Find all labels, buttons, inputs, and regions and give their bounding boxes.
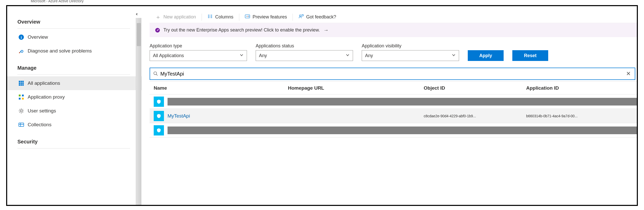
sidebar-item-label: User settings (28, 108, 56, 114)
svg-rect-11 (19, 94, 20, 96)
sidebar-section-overview: Overview (17, 16, 140, 28)
divider (17, 28, 130, 29)
application-visibility-select[interactable]: Any (362, 50, 459, 61)
filter-label-visibility: Application visibility (362, 43, 459, 49)
grid-icon (18, 80, 24, 86)
sidebar-scrollbar[interactable] (136, 18, 141, 205)
svg-rect-8 (19, 84, 20, 86)
redacted-content (168, 127, 637, 134)
svg-rect-16 (19, 123, 24, 127)
banner-text: Try out the new Enterprise Apps search p… (163, 27, 320, 33)
sidebar-item-label: Overview (28, 34, 48, 40)
search-input[interactable] (158, 71, 624, 77)
preview-features-button[interactable]: Preview features (239, 11, 293, 23)
svg-rect-4 (22, 81, 24, 82)
wrench-icon (18, 48, 24, 54)
svg-rect-7 (22, 82, 24, 84)
cmd-label: Preview features (253, 14, 287, 20)
rocket-icon (155, 28, 160, 33)
sidebar-item-application-proxy[interactable]: Application proxy (17, 90, 140, 104)
svg-point-27 (247, 16, 248, 17)
sidebar-scroll-thumb[interactable] (137, 23, 141, 46)
arrow-right-icon: → (324, 27, 329, 33)
sidebar-item-overview[interactable]: i Overview (17, 30, 140, 44)
search-input-wrapper[interactable]: ✕ (150, 68, 635, 80)
app-name-link[interactable]: MyTestApi (168, 113, 190, 119)
column-application-id[interactable]: Application ID (526, 85, 637, 91)
new-application-button[interactable]: ＋ New application (150, 11, 202, 23)
sidebar-item-user-settings[interactable]: User settings (17, 104, 140, 118)
search-icon (153, 71, 158, 77)
info-icon: i (18, 34, 24, 40)
sidebar-item-label: All applications (28, 80, 60, 86)
app-icon (154, 97, 164, 107)
chevron-down-icon (240, 53, 244, 58)
sidebar-item-label: Diagnose and solve problems (28, 48, 92, 54)
table-row[interactable] (150, 123, 637, 138)
collections-icon (18, 122, 24, 128)
application-type-select[interactable]: All Applications (150, 50, 247, 61)
svg-rect-5 (19, 82, 20, 84)
applications-status-select[interactable]: Any (256, 50, 353, 61)
filter-row: Application type All Applications Applic… (150, 37, 637, 63)
chevron-down-icon (452, 53, 456, 58)
columns-icon (207, 14, 213, 20)
svg-rect-12 (22, 94, 24, 96)
column-object-id[interactable]: Object ID (424, 85, 526, 91)
feedback-icon (298, 14, 304, 20)
cmd-label: New application (163, 14, 196, 20)
column-homepage[interactable]: Homepage URL (288, 85, 424, 91)
filter-label-status: Applications status (256, 43, 353, 49)
app-icon (154, 125, 164, 135)
sidebar-item-label: Application proxy (28, 94, 65, 100)
proxy-icon (18, 94, 24, 100)
sidebar-section-manage: Manage (17, 62, 140, 75)
select-value: All Applications (153, 53, 184, 58)
svg-rect-6 (20, 82, 22, 84)
chevron-down-icon (346, 53, 350, 58)
svg-point-26 (246, 16, 247, 17)
table-row[interactable] (150, 94, 637, 109)
svg-rect-14 (22, 98, 24, 100)
feedback-button[interactable]: Got feedback? (293, 11, 342, 23)
plus-icon: ＋ (155, 14, 161, 20)
applications-table: Name Homepage URL Object ID Application … (150, 81, 637, 138)
app-icon (154, 111, 164, 121)
reset-button[interactable]: Reset (512, 50, 548, 61)
preview-icon (245, 14, 250, 20)
select-value: Any (365, 53, 373, 58)
columns-button[interactable]: Columns (202, 11, 239, 23)
svg-point-15 (20, 110, 22, 112)
cmd-label: Columns (215, 14, 233, 20)
column-name[interactable]: Name (150, 85, 288, 91)
main-panel: ＋ New application Columns Preview featur… (140, 6, 637, 205)
sidebar-section-security: Security (17, 136, 140, 148)
svg-text:i: i (21, 35, 22, 39)
apply-button[interactable]: Apply (468, 50, 504, 61)
cmd-label: Got feedback? (306, 14, 336, 20)
svg-line-30 (156, 74, 158, 76)
breadcrumb: Microsoft - Azure Active Directory (31, 0, 84, 3)
sidebar-item-diagnose[interactable]: Diagnose and solve problems (17, 44, 140, 58)
svg-rect-13 (19, 98, 20, 100)
select-value: Any (259, 53, 267, 58)
svg-rect-3 (20, 81, 22, 82)
svg-point-29 (154, 72, 157, 75)
svg-rect-10 (22, 84, 24, 86)
sidebar-item-collections[interactable]: Collections (17, 118, 140, 132)
table-header: Name Homepage URL Object ID Application … (150, 82, 637, 94)
gear-icon (18, 108, 24, 114)
sidebar-item-all-applications[interactable]: All applications (7, 76, 142, 90)
command-bar: ＋ New application Columns Preview featur… (150, 11, 637, 23)
preview-banner[interactable]: Try out the new Enterprise Apps search p… (150, 23, 637, 37)
cell-application-id: b660314b-0b71-4ac4-9a7d-00... (526, 114, 637, 118)
table-row[interactable]: MyTestApi c8cdae2e-90d4-4229-abf0-1b9...… (150, 109, 637, 123)
sidebar-item-label: Collections (28, 122, 51, 128)
divider (17, 75, 130, 75)
redacted-content (168, 98, 637, 106)
clear-search-button[interactable]: ✕ (624, 70, 633, 77)
divider (17, 148, 130, 149)
svg-rect-9 (20, 84, 22, 86)
sidebar: ‹‹ Overview i Overview Diagnose an (7, 6, 140, 205)
cell-object-id: c8cdae2e-90d4-4229-abf0-1b9... (424, 114, 526, 118)
